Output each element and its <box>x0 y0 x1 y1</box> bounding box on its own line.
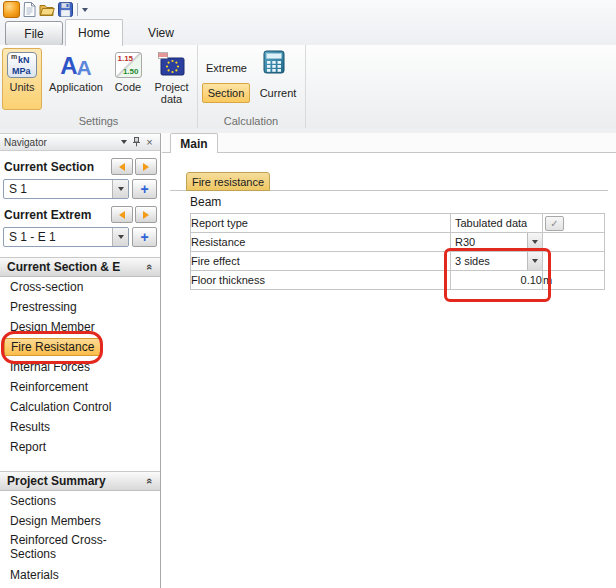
property-name: Floor thickness <box>191 271 451 290</box>
fire-effect-value: 3 sides <box>451 252 527 270</box>
qat-customize-icon[interactable] <box>82 1 88 18</box>
application-icon: A A <box>60 52 92 78</box>
tab-home[interactable]: Home <box>65 19 123 46</box>
group-header-current-section[interactable]: Current Section & E « <box>0 257 160 277</box>
settings-group-label: Settings <box>0 115 197 127</box>
code-button-label: Code <box>115 81 141 93</box>
ribbon: m kN MPa Units A A Application 1.15 1.50… <box>0 45 616 130</box>
nav-item-report[interactable]: Report <box>0 437 160 457</box>
property-name: Fire effect <box>191 252 451 271</box>
extreme-combo-row: S 1 - E 1 + <box>3 227 157 247</box>
tab-view[interactable]: View <box>139 21 183 44</box>
add-section-button[interactable]: + <box>132 179 157 199</box>
nav-item-cross-section[interactable]: Cross-section <box>0 277 160 297</box>
units-button[interactable]: m kN MPa Units <box>2 48 42 110</box>
new-document-icon[interactable] <box>23 1 36 18</box>
current-extreme-select[interactable]: S 1 - E 1 <box>3 227 129 247</box>
group-header-label: Project Summary <box>7 474 106 488</box>
current-extreme-row: Current Extrem <box>0 205 160 225</box>
floor-thickness-input[interactable]: 0.10 <box>451 271 543 290</box>
arrow-left-icon <box>119 211 125 219</box>
property-name: Resistance <box>191 233 451 252</box>
nav-item-design-member[interactable]: Design Member <box>0 317 160 337</box>
nav-item-internal-forces[interactable]: Internal Forces <box>0 357 160 377</box>
previous-extreme-button[interactable] <box>111 206 133 223</box>
nav-item-calculation-control[interactable]: Calculation Control <box>0 397 160 417</box>
panel-menu-icon[interactable] <box>117 136 130 148</box>
arrow-right-icon <box>143 211 149 219</box>
combo-dropdown-icon[interactable] <box>112 180 128 198</box>
nav-item-fire-resistance[interactable]: Fire Resistance <box>0 337 160 357</box>
project-data-icon <box>158 52 186 78</box>
project-data-button[interactable]: Project data <box>148 48 195 110</box>
navigator-titlebar: Navigator × <box>0 134 160 151</box>
pin-icon[interactable] <box>130 136 143 148</box>
collapse-icon[interactable]: « <box>144 264 156 270</box>
group-header-label: Current Section & E <box>7 260 120 274</box>
application-button-label: Application <box>49 81 103 93</box>
next-extreme-button[interactable] <box>135 206 157 223</box>
code-icon-value2: 1.50 <box>123 67 139 76</box>
calculator-icon <box>263 50 285 77</box>
tab-file[interactable]: File <box>5 21 63 46</box>
window-top-chrome: File Home View <box>0 0 616 45</box>
collapse-icon[interactable]: « <box>144 478 156 484</box>
current-section-select[interactable]: S 1 <box>3 179 129 199</box>
nav-item-results[interactable]: Results <box>0 417 160 437</box>
nav-item-sections[interactable]: Sections <box>0 491 160 511</box>
units-icon: m kN MPa <box>7 52 37 78</box>
units-button-label: Units <box>9 81 34 93</box>
section-button[interactable]: Section <box>202 83 250 103</box>
previous-section-button[interactable] <box>111 158 133 175</box>
open-folder-icon[interactable] <box>39 1 55 18</box>
application-icon-letter2: A <box>77 57 92 78</box>
units-icon-line2: MPa <box>12 66 31 76</box>
nav-item-reinforced-cross-sections[interactable]: Reinforced Cross-Sections <box>0 531 160 565</box>
navigator-panel: Navigator × Current Section S 1 <box>0 133 161 588</box>
arrow-right-icon <box>143 163 149 171</box>
ribbon-group-settings: m kN MPa Units A A Application 1.15 1.50… <box>0 45 198 128</box>
current-extreme-label: Current Extrem <box>4 208 91 222</box>
section-combo-row: S 1 + <box>3 179 157 199</box>
close-icon[interactable]: × <box>143 136 156 148</box>
ribbon-group-calculation: Extreme Section <box>197 45 306 128</box>
current-section-row: Current Section <box>0 157 160 177</box>
dropdown-arrow-icon[interactable] <box>527 233 542 251</box>
next-section-button[interactable] <box>135 158 157 175</box>
code-button[interactable]: 1.15 1.50 Code <box>110 48 146 110</box>
property-row-report-type: Report type Tabulated data ✓ <box>191 214 605 233</box>
group-header-project-summary[interactable]: Project Summary « <box>0 471 160 491</box>
save-icon[interactable] <box>58 1 73 18</box>
property-row-resistance: Resistance R30 <box>191 233 605 252</box>
report-type-value[interactable]: Tabulated data <box>451 217 542 229</box>
application-button[interactable]: A A Application <box>44 48 108 110</box>
nav-item-prestressing[interactable]: Prestressing <box>0 297 160 317</box>
nav-item-reinforcement[interactable]: Reinforcement <box>0 377 160 397</box>
extreme-button[interactable]: Extreme <box>206 62 247 74</box>
app-window: File Home View m kN MPa Units A A Applic… <box>0 0 616 588</box>
property-row-floor-thickness: Floor thickness 0.10 m <box>191 271 605 290</box>
combo-dropdown-icon[interactable] <box>112 228 128 246</box>
resistance-value: R30 <box>451 233 527 251</box>
arrow-left-icon <box>119 163 125 171</box>
app-logo-icon[interactable] <box>3 1 20 18</box>
property-row-fire-effect: Fire effect 3 sides <box>191 252 605 271</box>
current-extreme-value: S 1 - E 1 <box>4 228 112 246</box>
current-section-label: Current Section <box>4 160 94 174</box>
current-section-value: S 1 <box>4 180 112 198</box>
add-extreme-button[interactable]: + <box>132 227 157 247</box>
tab-main[interactable]: Main <box>170 133 218 153</box>
fire-effect-select[interactable]: 3 sides <box>451 252 542 270</box>
nav-item-design-members[interactable]: Design Members <box>0 511 160 531</box>
nav-item-materials[interactable]: Materials <box>0 565 160 585</box>
properties-table: Report type Tabulated data ✓ Resistance … <box>190 213 605 290</box>
dropdown-arrow-icon[interactable] <box>527 252 542 270</box>
report-type-checkbox[interactable]: ✓ <box>545 216 564 231</box>
tab-fire-resistance[interactable]: Fire resistance <box>186 172 270 191</box>
resistance-select[interactable]: R30 <box>451 233 542 251</box>
floor-thickness-unit: m <box>543 271 605 290</box>
current-button[interactable]: Current <box>254 83 302 103</box>
project-data-button-label: Project data <box>149 81 194 105</box>
code-icon: 1.15 1.50 <box>115 52 142 78</box>
main-tabstrip <box>162 133 616 153</box>
